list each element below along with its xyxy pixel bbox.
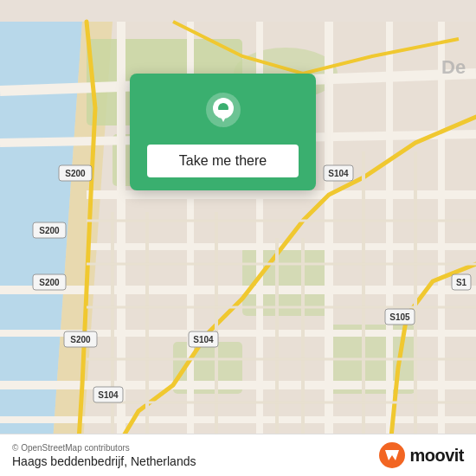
svg-text:S104: S104 [328,169,349,178]
svg-text:S200: S200 [39,226,60,235]
card-overlay: Take me there [130,74,316,190]
svg-text:S105: S105 [389,312,410,322]
moovit-icon [378,441,406,469]
svg-text:S1: S1 [456,278,467,287]
svg-text:S104: S104 [193,335,214,344]
moovit-logo: moovit [378,441,464,469]
svg-text:S200: S200 [70,335,91,344]
svg-text:De: De [441,56,466,78]
bottom-bar: © OpenStreetMap contributors Haags bedde… [0,434,476,476]
svg-text:S104: S104 [98,390,119,400]
moovit-text: moovit [409,446,464,466]
pin-icon [202,91,245,134]
location-name: Haags beddenbedrijf, Netherlands [12,454,196,468]
take-me-there-button[interactable]: Take me there [147,145,299,177]
bottom-left: © OpenStreetMap contributors Haags bedde… [12,443,196,468]
map-container: S200 S200 S200 S200 S104 S104 S104 S105 … [0,0,476,476]
svg-text:S200: S200 [65,169,86,178]
svg-text:S200: S200 [39,278,60,287]
attribution: © OpenStreetMap contributors [12,443,196,453]
